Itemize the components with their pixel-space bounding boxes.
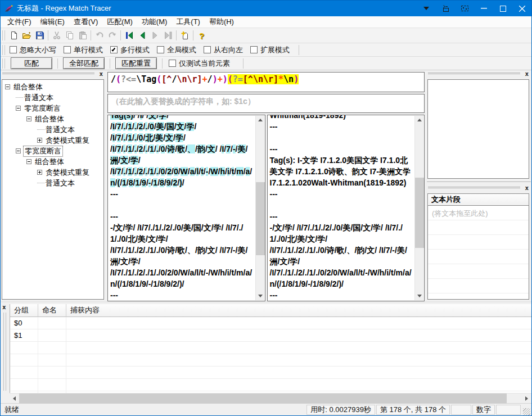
match-list-close-icon[interactable]: x [525,71,529,78]
modebar-gripper[interactable] [2,45,5,55]
scroll-down-icon[interactable] [256,292,265,300]
tree-panel-header[interactable]: x [1,70,106,79]
match-list-panel[interactable] [427,79,529,179]
collapse-icon[interactable] [26,116,31,121]
source-pane-scrollbar[interactable] [255,116,264,300]
float-window-icon[interactable] [436,1,455,16]
test-current-only-checkbox[interactable]: 仅测试当前元素 [169,58,230,69]
checkbox-box[interactable] [250,46,258,53]
checkbox-box[interactable] [64,46,71,53]
replace-input[interactable]: （在此输入要替换成的字符串，如: $1c） [107,94,425,113]
checkbox-box[interactable] [204,46,211,53]
checkbox-box[interactable] [169,60,176,67]
menu-item[interactable]: 匹配(M) [102,16,137,28]
snippet-column-header[interactable]: 文本片段 [427,193,529,206]
tree-item[interactable]: 零宽度断言 [2,146,103,156]
mode-checkbox[interactable]: 从右向左 [204,45,243,55]
scroll-up-icon[interactable] [256,116,265,124]
new-trace-icon[interactable] [178,29,191,42]
collapse-icon[interactable] [16,148,21,153]
restore-layout-icon[interactable] [455,1,474,16]
tree-item[interactable]: 组合整体 [2,114,103,124]
scroll-left-icon[interactable] [10,394,19,404]
column-header[interactable]: 命名 [38,304,66,317]
tree-item[interactable]: 贪婪模式重复 [2,167,103,178]
resize-grip[interactable] [523,408,530,415]
tree-item[interactable]: 普通文本 [2,178,103,188]
close-button[interactable] [512,1,531,16]
snippet-panel-header-bar[interactable]: x [426,184,531,193]
save-icon[interactable] [33,29,46,42]
tree-item[interactable]: 组合整体 [2,82,103,92]
scroll-thumb[interactable] [415,178,424,248]
snippet-list[interactable]: (将文本拖至此处) [427,206,529,300]
result-text-pane[interactable]: Whitman(1819-1892)--- ---Tag(s): I-文学 I7… [267,115,425,301]
table-row[interactable] [10,367,531,379]
match-all-button[interactable]: 全部匹配 [63,57,105,69]
tree-item[interactable]: 普通文本 [2,92,103,103]
scroll-down-icon[interactable] [415,292,424,300]
match-reset-button[interactable]: 匹配重置 [115,57,157,69]
mode-checkbox[interactable]: 多行模式 [110,45,150,55]
help-icon[interactable]: ? [195,29,208,42]
capture-panel-gripper[interactable]: x [1,302,10,403]
checkbox-box[interactable] [157,46,164,53]
regex-input[interactable]: /(?<=\Tag([^/\n\r]+/)+)(?=[^\n\r]*\n) [107,72,425,92]
menu-item[interactable]: 帮助(H) [205,16,238,28]
collapse-icon[interactable] [26,159,31,164]
expand-icon[interactable] [37,138,42,143]
table-row[interactable] [10,342,531,354]
toolbar-gripper[interactable] [2,30,5,40]
column-header[interactable]: 捕获内容 [66,304,531,317]
menu-item[interactable]: 工具(T) [172,16,205,28]
column-header[interactable]: 分组 [10,304,38,317]
checkbox-label: 忽略大小写 [20,45,56,55]
source-text-pane[interactable]: Tag(s)/ /I/ /文/学//I/7/./1/./2/./0/美/国/文/… [107,115,265,301]
table-row[interactable]: $0 [10,317,531,329]
menu-item[interactable]: 查看(V) [69,16,102,28]
table-row[interactable] [10,354,531,367]
checkbox-box[interactable] [10,46,17,53]
mode-checkbox[interactable]: 忽略大小写 [10,45,56,55]
table-cell: $0 [10,317,38,329]
menu-item[interactable]: 文件(F) [3,16,36,28]
tree-item[interactable]: 零宽度断言 [2,103,103,114]
maximize-button[interactable] [493,1,512,16]
capture-hscrollbar[interactable] [10,393,531,403]
first-match-icon[interactable] [123,29,136,42]
mode-checkbox[interactable]: 单行模式 [64,45,103,55]
new-document-icon[interactable] [7,29,20,42]
match-button[interactable]: 匹配 [11,57,52,69]
collapse-icon[interactable] [16,106,21,111]
minimize-button[interactable] [474,1,493,16]
scroll-thumb[interactable] [19,394,507,404]
scroll-thumb[interactable] [256,182,265,255]
collapse-icon[interactable] [5,84,10,89]
table-row[interactable]: $1 [10,329,531,342]
previous-match-icon[interactable] [136,29,148,42]
menu-item[interactable]: 编辑(E) [36,16,69,28]
tree-item[interactable]: 组合整体 [2,156,103,167]
actionbar-gripper[interactable] [2,58,5,69]
tree-item[interactable]: 普通文本 [2,124,103,135]
capture-panel-close-icon[interactable]: x [2,304,6,311]
mode-checkbox[interactable]: 扩展模式 [250,45,290,55]
expand-icon[interactable] [37,170,42,175]
table-row[interactable] [10,379,531,391]
checkbox-box[interactable] [110,46,118,53]
regex-structure-tree[interactable]: 组合整体普通文本零宽度断言组合整体普通文本贪婪模式重复零宽度断言组合整体贪婪模式… [2,79,104,300]
scroll-up-icon[interactable] [415,116,424,124]
menu-item[interactable]: 功能(M) [137,16,172,28]
snippet-panel-close-icon[interactable]: x [525,185,529,192]
tree-panel-close-icon[interactable]: x [99,71,103,78]
scroll-right-icon[interactable] [522,394,531,404]
tree-item[interactable]: 贪婪模式重复 [2,135,103,146]
match-list-header[interactable]: x [426,70,531,79]
open-file-icon[interactable] [20,29,33,42]
text-line: Tag(s)/ /I/ /文/学/ [110,115,254,121]
dock-divider[interactable] [427,182,531,183]
menu-dropdown-icon[interactable] [417,1,436,16]
mode-checkbox[interactable]: 全局模式 [157,45,196,55]
text-line: --- [270,188,414,200]
result-pane-scrollbar[interactable] [414,116,423,300]
